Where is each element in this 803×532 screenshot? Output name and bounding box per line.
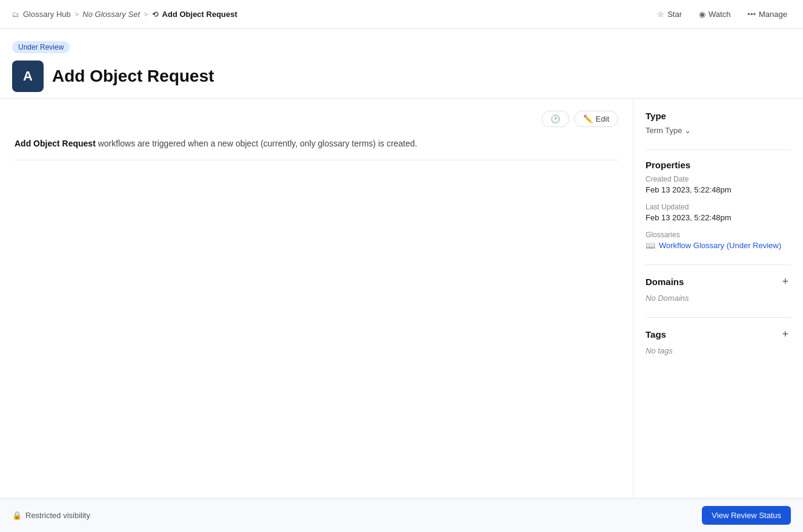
tags-section-header: Tags + — [646, 327, 791, 341]
history-button[interactable]: 🕐 — [541, 111, 569, 127]
no-domains-text: No Domains — [646, 294, 689, 303]
tags-section-title: Tags — [646, 329, 666, 340]
created-date-value: Feb 13 2023, 5:22:48pm — [646, 185, 791, 194]
glossary-link-text: Workflow Glossary (Under Review) — [659, 241, 781, 250]
title-icon: A — [12, 61, 44, 92]
description-bold: Add Object Request — [15, 139, 96, 148]
content-description: Add Object Request workflows are trigger… — [15, 137, 618, 160]
glossaries-label: Glossaries — [646, 231, 791, 239]
domains-section-header: Domains + — [646, 275, 791, 288]
page-header: Under Review A Add Object Request — [0, 29, 803, 98]
page-title: Add Object Request — [52, 67, 214, 86]
breadcrumb-sep-2: > — [144, 10, 148, 19]
status-badge: Under Review — [12, 41, 70, 53]
book-icon: 📖 — [646, 241, 655, 250]
sidebar-divider-2 — [646, 264, 791, 265]
manage-button[interactable]: ••• Manage — [744, 7, 791, 21]
type-value[interactable]: Term Type ⌄ — [646, 126, 791, 135]
title-row: A Add Object Request — [12, 61, 791, 92]
top-nav: 🗂 Glossary Hub > No Glossary Set > ⟲ Add… — [0, 0, 803, 29]
more-icon: ••• — [747, 10, 756, 19]
chevron-down-icon: ⌄ — [684, 126, 691, 135]
restricted-info: 🔒 Restricted visibility — [12, 511, 90, 520]
folder-icon: 🗂 — [12, 10, 19, 19]
sidebar-type-section: Type Term Type ⌄ — [646, 111, 791, 135]
star-label: Star — [667, 10, 682, 19]
history-icon: 🕐 — [550, 114, 560, 123]
created-date-label: Created Date — [646, 175, 791, 183]
type-section-title: Type — [646, 111, 666, 121]
breadcrumb-no-glossary[interactable]: No Glossary Set — [82, 10, 140, 19]
edit-icon: ✏️ — [583, 114, 593, 123]
manage-label: Manage — [759, 10, 787, 19]
sidebar-properties-section: Properties Created Date Feb 13 2023, 5:2… — [646, 160, 791, 250]
view-review-button[interactable]: View Review Status — [702, 506, 791, 525]
star-icon: ☆ — [657, 10, 664, 19]
properties-section-title: Properties — [646, 160, 690, 170]
restricted-text: Restricted visibility — [25, 511, 90, 520]
workflow-icon: ⟲ — [152, 10, 159, 19]
breadcrumb: 🗂 Glossary Hub > No Glossary Set > ⟲ Add… — [12, 10, 237, 19]
nav-actions: ☆ Star ◉ Watch ••• Manage — [653, 7, 791, 21]
content-toolbar: 🕐 ✏️ Edit — [15, 111, 618, 127]
no-tags-text: No tags — [646, 346, 673, 355]
watch-label: Watch — [709, 10, 730, 19]
breadcrumb-current-page: Add Object Request — [162, 10, 237, 19]
edit-button[interactable]: ✏️ Edit — [574, 111, 618, 127]
last-updated-value: Feb 13 2023, 5:22:48pm — [646, 213, 791, 222]
type-section-header: Type — [646, 111, 791, 121]
main-layout: 🕐 ✏️ Edit Add Object Request workflows a… — [0, 98, 803, 532]
sidebar-divider-1 — [646, 149, 791, 150]
sidebar-tags-section: Tags + No tags — [646, 327, 791, 355]
breadcrumb-hub[interactable]: Glossary Hub — [23, 10, 71, 19]
watch-button[interactable]: ◉ Watch — [695, 7, 734, 21]
sidebar: Type Term Type ⌄ Properties Created Date… — [633, 99, 803, 532]
sidebar-domains-section: Domains + No Domains — [646, 275, 791, 303]
type-value-text: Term Type — [646, 126, 682, 135]
properties-section-header: Properties — [646, 160, 791, 170]
add-tag-button[interactable]: + — [779, 327, 791, 341]
breadcrumb-sep-1: > — [74, 10, 79, 19]
content-area: 🕐 ✏️ Edit Add Object Request workflows a… — [0, 99, 633, 532]
eye-icon: ◉ — [699, 10, 706, 19]
edit-label: Edit — [596, 114, 609, 123]
lock-icon: 🔒 — [12, 511, 22, 520]
domains-section-title: Domains — [646, 277, 684, 287]
glossary-link[interactable]: 📖 Workflow Glossary (Under Review) — [646, 241, 791, 250]
last-updated-label: Last Updated — [646, 203, 791, 211]
star-button[interactable]: ☆ Star — [653, 7, 686, 21]
sidebar-divider-3 — [646, 317, 791, 318]
add-domain-button[interactable]: + — [779, 275, 791, 288]
description-rest: workflows are triggered when a new objec… — [96, 139, 417, 148]
bottom-bar: 🔒 Restricted visibility View Review Stat… — [0, 498, 803, 532]
